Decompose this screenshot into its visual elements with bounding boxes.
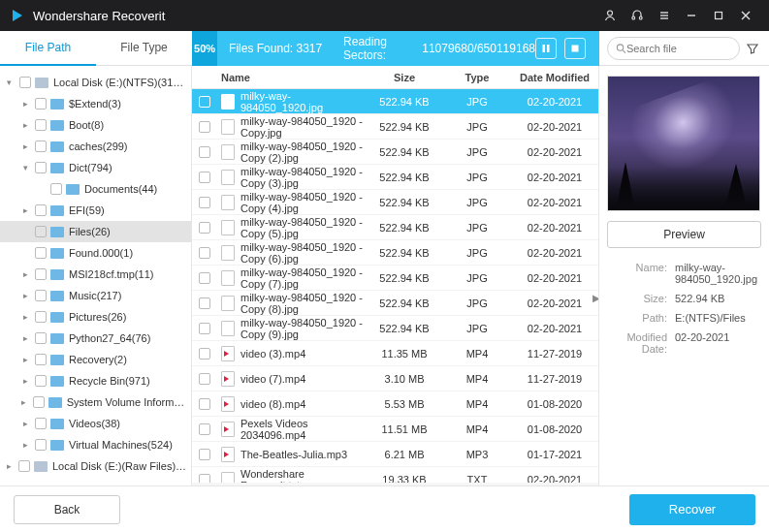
tree-item[interactable]: Files(26) [0, 221, 191, 242]
row-checkbox[interactable] [199, 474, 210, 484]
tree-item[interactable]: ▸Videos(38) [0, 413, 191, 434]
tree-item[interactable]: Documents(44) [0, 178, 191, 200]
file-row[interactable]: video (8).mp45.53 MBMP401-08-2020 [192, 391, 598, 417]
tree-checkbox[interactable] [18, 460, 30, 472]
row-checkbox[interactable] [199, 247, 210, 259]
tree-item[interactable]: ▸MSI218cf.tmp(11) [0, 264, 191, 285]
tree-item[interactable]: ▸Python27_64(76) [0, 328, 191, 349]
row-checkbox[interactable] [199, 222, 210, 234]
tree-toggle-icon[interactable]: ▸ [19, 312, 31, 322]
row-checkbox[interactable] [199, 323, 210, 334]
tree-checkbox[interactable] [35, 98, 47, 110]
file-row[interactable]: Pexels Videos 2034096.mp411.51 MBMP401-0… [192, 417, 598, 442]
file-row[interactable]: milky-way-984050_1920 - Copy (2).jpg522.… [192, 140, 598, 165]
file-row[interactable]: milky-way-984050_1920 - Copy.jpg522.94 K… [192, 114, 598, 140]
file-row[interactable]: Wondershare Recoverit.txt19.33 KBTXT02-2… [192, 467, 598, 483]
tree-toggle-icon[interactable]: ▸ [19, 141, 31, 151]
tree-checkbox[interactable] [35, 268, 47, 280]
tree-toggle-icon[interactable]: ▾ [19, 163, 31, 172]
file-row[interactable]: milky-way-984050_1920 - Copy (6).jpg522.… [192, 240, 598, 266]
column-date[interactable]: Date Modified [511, 72, 598, 83]
file-list-body[interactable]: ▶ milky-way-984050_1920.jpg522.94 KBJPG0… [192, 89, 598, 483]
account-icon[interactable] [596, 2, 624, 29]
row-checkbox[interactable] [199, 172, 210, 183]
file-row[interactable]: video (7).mp43.10 MBMP411-27-2019 [192, 366, 598, 391]
tree-checkbox[interactable] [50, 183, 62, 195]
tree-toggle-icon[interactable]: ▸ [19, 99, 31, 109]
tree-checkbox[interactable] [35, 354, 47, 365]
tree-toggle-icon[interactable]: ▸ [4, 461, 15, 471]
column-size[interactable]: Size [366, 72, 443, 83]
tree-toggle-icon[interactable]: ▸ [19, 355, 31, 364]
minimize-button[interactable] [678, 2, 705, 29]
pause-scan-button[interactable] [535, 38, 557, 59]
scroll-right-icon[interactable]: ▶ [593, 293, 598, 303]
file-row[interactable]: milky-way-984050_1920 - Copy (8).jpg522.… [192, 291, 598, 316]
tree-item[interactable]: ▾Dict(794) [0, 157, 191, 178]
column-name[interactable]: Name [217, 72, 366, 83]
folder-tree[interactable]: ▾Local Disk (E:)(NTFS)(3154)▸$Extend(3)▸… [0, 66, 192, 504]
preview-button[interactable]: Preview [607, 221, 761, 248]
tab-file-path[interactable]: File Path [0, 31, 96, 66]
tree-toggle-icon[interactable]: ▸ [19, 440, 31, 450]
tree-item[interactable]: ▸caches(299) [0, 136, 191, 157]
tree-item[interactable]: ▸System Volume Information(50) [0, 391, 191, 413]
tree-item[interactable]: ▸Recycle Bin(971) [0, 370, 191, 391]
tab-file-type[interactable]: File Type [96, 31, 192, 66]
row-checkbox[interactable] [199, 121, 210, 133]
tree-toggle-icon[interactable]: ▸ [19, 333, 31, 343]
tree-checkbox[interactable] [33, 396, 45, 408]
close-button[interactable] [732, 2, 759, 29]
search-input-wrapper[interactable] [607, 37, 740, 60]
file-row[interactable]: milky-way-984050_1920 - Copy (3).jpg522.… [192, 165, 598, 190]
row-checkbox[interactable] [199, 423, 210, 435]
tree-toggle-icon[interactable]: ▸ [19, 397, 29, 407]
file-row[interactable]: video (3).mp411.35 MBMP411-27-2019 [192, 341, 598, 366]
tree-toggle-icon[interactable]: ▸ [19, 205, 31, 215]
tree-toggle-icon[interactable]: ▸ [19, 291, 31, 300]
row-checkbox[interactable] [199, 96, 210, 108]
tree-checkbox[interactable] [19, 77, 31, 88]
filter-icon[interactable] [746, 42, 761, 55]
menu-icon[interactable] [651, 2, 678, 29]
file-row[interactable]: milky-way-984050_1920.jpg522.94 KBJPG02-… [192, 89, 598, 114]
row-checkbox[interactable] [199, 197, 210, 208]
tree-checkbox[interactable] [35, 311, 47, 323]
tree-checkbox[interactable] [35, 332, 47, 344]
row-checkbox[interactable] [199, 373, 210, 385]
search-input[interactable] [626, 43, 731, 54]
recover-button[interactable]: Recover [629, 494, 755, 525]
tree-item[interactable]: ▸Virtual Machines(524) [0, 434, 191, 455]
tree-item[interactable]: ▸Recovery(2) [0, 349, 191, 370]
tree-toggle-icon[interactable]: ▸ [19, 269, 31, 279]
tree-checkbox[interactable] [35, 439, 47, 451]
tree-checkbox[interactable] [35, 290, 47, 301]
tree-item[interactable]: ▸Music(217) [0, 285, 191, 306]
file-row[interactable]: milky-way-984050_1920 - Copy (5).jpg522.… [192, 215, 598, 240]
file-row[interactable]: The-Beatles-Julia.mp36.21 MBMP301-17-202… [192, 442, 598, 467]
row-checkbox[interactable] [199, 297, 210, 309]
tree-item[interactable]: ▸Local Disk (E:)(Raw Files)(163) [0, 455, 191, 477]
tree-item[interactable]: ▸Pictures(26) [0, 306, 191, 328]
file-row[interactable]: milky-way-984050_1920 - Copy (4).jpg522.… [192, 190, 598, 215]
tree-checkbox[interactable] [35, 204, 47, 216]
headset-icon[interactable] [624, 2, 651, 29]
tree-checkbox[interactable] [35, 418, 47, 429]
tree-checkbox[interactable] [35, 226, 47, 237]
back-button[interactable]: Back [14, 495, 120, 524]
row-checkbox[interactable] [199, 348, 210, 360]
tree-toggle-icon[interactable]: ▾ [4, 78, 16, 87]
tree-toggle-icon[interactable]: ▸ [19, 376, 31, 386]
tree-item[interactable]: ▸$Extend(3) [0, 93, 191, 114]
tree-checkbox[interactable] [35, 162, 47, 173]
row-checkbox[interactable] [199, 449, 210, 460]
tree-checkbox[interactable] [35, 247, 47, 259]
tree-toggle-icon[interactable]: ▸ [19, 419, 31, 428]
file-row[interactable]: milky-way-984050_1920 - Copy (9).jpg522.… [192, 316, 598, 341]
column-type[interactable]: Type [443, 72, 511, 83]
tree-checkbox[interactable] [35, 141, 47, 152]
tree-checkbox[interactable] [35, 119, 47, 131]
tree-item[interactable]: ▸EFI(59) [0, 200, 191, 221]
row-checkbox[interactable] [199, 398, 210, 410]
tree-item[interactable]: Found.000(1) [0, 242, 191, 264]
